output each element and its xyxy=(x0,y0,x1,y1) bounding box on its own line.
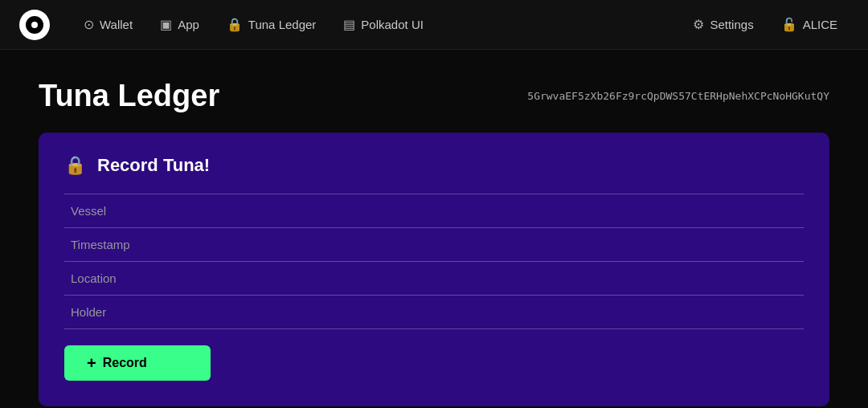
page-title: Tuna Ledger xyxy=(39,79,219,113)
nav-item-app[interactable]: ▣ App xyxy=(149,10,211,39)
card-title: Record Tuna! xyxy=(97,155,210,176)
nav-label-polkadot-ui: Polkadot UI xyxy=(361,18,424,31)
polkadot-ui-icon: ▤ xyxy=(343,17,355,32)
record-tuna-card: 🔒 Record Tuna! + Record xyxy=(39,133,829,406)
nav-item-alice[interactable]: 🔓 ALICE xyxy=(770,10,849,39)
page-address: 5GrwvaEF5zXb26Fz9rcQpDWS57CtERHpNehXCPcN… xyxy=(527,90,829,102)
nav-label-settings: Settings xyxy=(710,18,753,31)
card-lock-icon: 🔒 xyxy=(64,155,86,176)
record-button[interactable]: + Record xyxy=(64,345,211,381)
nav-left: ⊙ Wallet ▣ App 🔒 Tuna Ledger ▤ Polkadot … xyxy=(72,10,682,39)
nav-label-alice: ALICE xyxy=(803,18,837,31)
vessel-input[interactable] xyxy=(64,194,804,228)
logo[interactable] xyxy=(19,10,50,40)
logo-inner xyxy=(26,16,43,34)
nav-item-tuna-ledger[interactable]: 🔒 Tuna Ledger xyxy=(215,10,328,39)
card-header: 🔒 Record Tuna! xyxy=(64,155,804,176)
tuna-ledger-lock-icon: 🔒 xyxy=(227,17,243,32)
nav-label-wallet: Wallet xyxy=(100,18,133,31)
nav-right: ⚙ Settings 🔓 ALICE xyxy=(682,10,849,39)
app-icon: ▣ xyxy=(160,17,172,32)
nav-item-polkadot-ui[interactable]: ▤ Polkadot UI xyxy=(332,10,435,39)
nav-item-wallet[interactable]: ⊙ Wallet xyxy=(72,10,144,39)
page-header: Tuna Ledger 5GrwvaEF5zXb26Fz9rcQpDWS57Ct… xyxy=(39,79,829,113)
navbar: ⊙ Wallet ▣ App 🔒 Tuna Ledger ▤ Polkadot … xyxy=(0,0,868,50)
record-label: Record xyxy=(103,356,147,370)
form-fields xyxy=(64,194,804,329)
holder-input[interactable] xyxy=(64,296,804,329)
nav-label-tuna-ledger: Tuna Ledger xyxy=(248,18,317,31)
logo-dot xyxy=(31,22,38,28)
main-content: Tuna Ledger 5GrwvaEF5zXb26Fz9rcQpDWS57Ct… xyxy=(0,50,868,408)
alice-lock-icon: 🔓 xyxy=(781,17,797,32)
location-input[interactable] xyxy=(64,262,804,296)
nav-item-settings[interactable]: ⚙ Settings xyxy=(682,10,764,39)
nav-label-app: App xyxy=(178,18,199,31)
wallet-icon: ⊙ xyxy=(84,17,94,32)
record-plus-icon: + xyxy=(87,355,96,371)
settings-icon: ⚙ xyxy=(693,17,704,32)
timestamp-input[interactable] xyxy=(64,228,804,262)
